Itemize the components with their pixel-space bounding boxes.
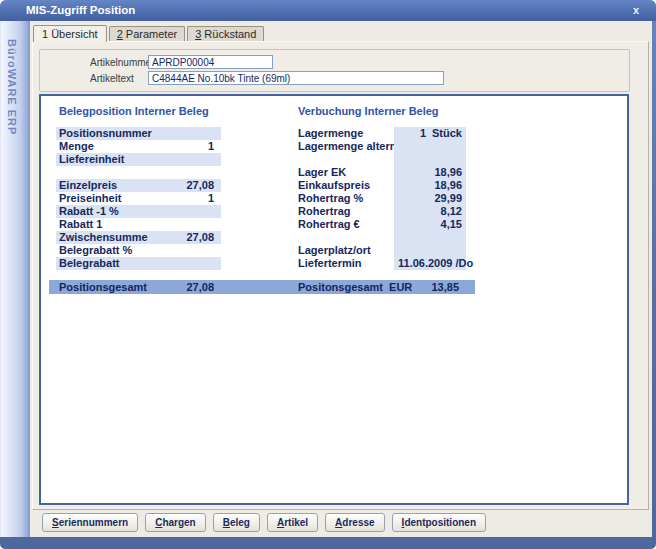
row-label: Rohertrag xyxy=(298,205,394,218)
table-row: Rohertrag8,12 xyxy=(298,205,466,218)
button-label: Chargen xyxy=(155,517,196,528)
table-row: Lagermenge1Stück xyxy=(298,127,466,140)
row-value: 1 xyxy=(398,127,426,140)
table-row: Menge1 xyxy=(56,140,221,153)
button-label: Adresse xyxy=(335,517,374,528)
window-body: BüroWARE ERP 1 Übersicht 2 Parameter 3 R… xyxy=(0,21,656,537)
table-row: Rabatt -1 % xyxy=(56,205,221,218)
row-label: Liefereinheit xyxy=(56,153,161,166)
row-label: Liefertermin xyxy=(298,257,394,270)
tab-label: 1 Übersicht xyxy=(42,28,98,40)
row-label xyxy=(56,166,161,179)
table-row: Preiseinheit1 xyxy=(56,192,221,205)
left-column: Positionsnummer Menge1 Liefereinheit Ein… xyxy=(56,127,221,270)
close-icon[interactable]: x xyxy=(628,3,644,18)
titlebar[interactable]: MIS-Zugriff Position x xyxy=(0,0,656,21)
adresse-button[interactable]: Adresse xyxy=(325,513,384,532)
row-label: Lagermenge xyxy=(298,127,394,140)
tab-label: 3 Rückstand xyxy=(195,28,256,40)
brand-text: BüroWARE ERP xyxy=(6,39,18,135)
total-left-value: 27,08 xyxy=(144,280,214,294)
row-label: Zwischensumme xyxy=(56,231,161,244)
artikeltext-field[interactable] xyxy=(148,71,444,85)
table-row: Liefertermin11.06.2009 /Do xyxy=(298,257,466,270)
position-detail-panel: Belegposition Interner Beleg Verbuchung … xyxy=(39,94,629,505)
row-label xyxy=(298,153,394,166)
table-row: Lagerplatz/ort xyxy=(298,244,466,257)
content-area: 1 Übersicht 2 Parameter 3 Rückstand Arti… xyxy=(30,21,652,537)
table-row: Lagermenge altern. xyxy=(298,140,466,153)
button-label: Seriennummern xyxy=(52,517,128,528)
right-section-header: Verbuchung Interner Beleg xyxy=(298,105,439,117)
left-section-header: Belegposition Interner Beleg xyxy=(59,105,209,117)
row-value xyxy=(161,166,221,179)
action-button-bar: Seriennummern Chargen Beleg Artikel Adre… xyxy=(42,513,486,532)
artikelnummer-field[interactable] xyxy=(148,55,273,69)
row-value xyxy=(161,153,221,166)
table-row xyxy=(298,231,466,244)
tab-uebersicht[interactable]: 1 Übersicht xyxy=(33,25,107,42)
window-title: MIS-Zugriff Position xyxy=(26,4,135,16)
table-row: Rohertrag €4,15 xyxy=(298,218,466,231)
row-value: 27,08 xyxy=(161,231,221,244)
row-value xyxy=(161,218,221,231)
table-row: Einkaufspreis18,96 xyxy=(298,179,466,192)
row-label: Preiseinheit xyxy=(56,192,161,205)
beleg-button[interactable]: Beleg xyxy=(213,513,260,532)
table-row xyxy=(56,166,221,179)
row-label: Einzelpreis xyxy=(56,179,161,192)
row-label: Rabatt 1 xyxy=(56,218,161,231)
table-row xyxy=(298,153,466,166)
total-left-label: Positionsgesamt xyxy=(59,280,147,294)
tab-parameter[interactable]: 2 Parameter xyxy=(109,26,186,41)
button-label: Beleg xyxy=(223,517,250,528)
totals-row: Positionsgesamt 27,08 Positonsgesamt EUR… xyxy=(49,280,475,294)
app-window: MIS-Zugriff Position x BüroWARE ERP 1 Üb… xyxy=(0,0,656,549)
row-value: 18,96 xyxy=(398,179,462,192)
seriennummern-button[interactable]: Seriennummern xyxy=(42,513,138,532)
brand-sidebar: BüroWARE ERP xyxy=(0,21,30,537)
chargen-button[interactable]: Chargen xyxy=(145,513,206,532)
tab-rueckstand[interactable]: 3 Rückstand xyxy=(187,26,264,41)
row-label: Rohertrag % xyxy=(298,192,394,205)
row-unit: Stück xyxy=(432,127,462,140)
row-label: Rabatt -1 % xyxy=(56,205,161,218)
table-row: Zwischensumme27,08 xyxy=(56,231,221,244)
row-value: 1 xyxy=(161,140,221,153)
row-value xyxy=(161,244,221,257)
row-label: Lager EK xyxy=(298,166,394,179)
artikel-button[interactable]: Artikel xyxy=(267,513,318,532)
row-value: 18,96 xyxy=(398,166,462,179)
total-right-value: 13,85 xyxy=(389,280,459,294)
button-label: Identpositionen xyxy=(402,517,476,528)
row-label: Rohertrag € xyxy=(298,218,394,231)
table-row: Rohertrag %29,99 xyxy=(298,192,466,205)
button-label: Artikel xyxy=(277,517,308,528)
row-value xyxy=(161,205,221,218)
tab-bar: 1 Übersicht 2 Parameter 3 Rückstand xyxy=(33,25,266,41)
row-value: 4,15 xyxy=(398,218,462,231)
tab-label: 2 Parameter xyxy=(117,28,178,40)
row-value: 1 xyxy=(161,192,221,205)
table-row: Positionsnummer xyxy=(56,127,221,140)
row-value: 27,08 xyxy=(161,179,221,192)
row-value: 11.06.2009 /Do xyxy=(398,257,473,270)
row-label: Lagerplatz/ort xyxy=(298,244,394,257)
article-form: Artikelnummer Artikeltext xyxy=(39,49,630,92)
artikeltext-label: Artikeltext xyxy=(90,73,148,84)
row-value xyxy=(161,257,221,270)
row-value: 29,99 xyxy=(398,192,462,205)
row-label: Menge xyxy=(56,140,161,153)
row-label: Einkaufspreis xyxy=(298,179,394,192)
identpositionen-button[interactable]: Identpositionen xyxy=(392,513,486,532)
row-label: Lagermenge altern. xyxy=(298,140,394,153)
table-row: Einzelpreis27,08 xyxy=(56,179,221,192)
row-label xyxy=(298,231,394,244)
table-row: Liefereinheit xyxy=(56,153,221,166)
tab-page-uebersicht: Artikelnummer Artikeltext Belegposition … xyxy=(32,41,649,510)
row-value xyxy=(161,127,221,140)
row-label: Belegrabatt xyxy=(56,257,161,270)
row-value: 8,12 xyxy=(398,205,462,218)
table-row: Belegrabatt % xyxy=(56,244,221,257)
right-column: Lagermenge1Stück Lagermenge altern. Lage… xyxy=(298,127,466,270)
